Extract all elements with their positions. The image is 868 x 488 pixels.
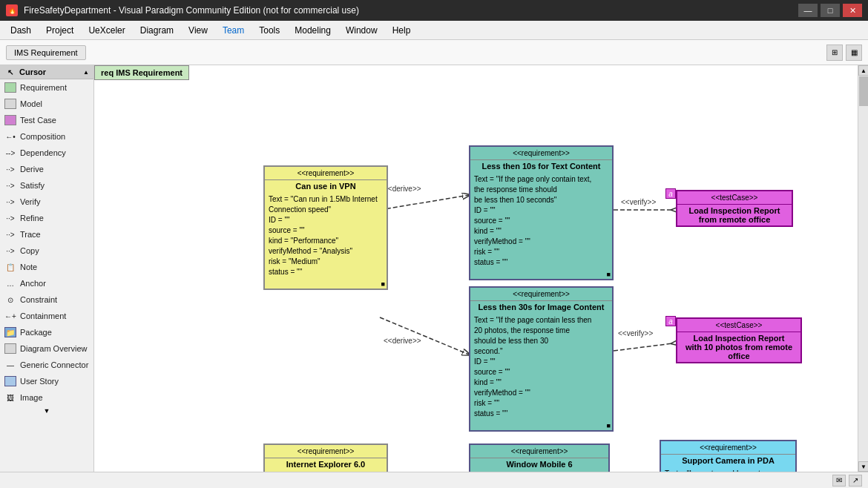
menu-window[interactable]: Window <box>338 24 385 37</box>
panel-item-diagram-overview[interactable]: Diagram Overview <box>0 340 93 357</box>
menu-modeling[interactable]: Modeling <box>287 24 338 37</box>
node-10s-body: Text = "If the page only contain text,th… <box>470 172 612 270</box>
panel-item-model-label: Model <box>20 99 42 108</box>
diagram-label: req IMS Requirement <box>94 65 189 80</box>
help-icon[interactable]: ↗ <box>849 475 862 487</box>
canvas[interactable]: req IMS Requirement <<derive>> <<de <box>94 65 858 472</box>
node-testcase1[interactable]: <<testCase>> Load Inspection Reportfrom … <box>676 190 793 227</box>
right-scrollbar[interactable]: ▲ ▼ <box>858 65 868 472</box>
ie6-title: Internet Explorer 6.0 <box>265 458 387 470</box>
constraint-icon: ⊙ <box>4 294 16 305</box>
tc2-title: Load Inspection Reportwith 10 photos fro… <box>677 332 800 362</box>
panel-item-trace-label: Trace <box>20 230 41 239</box>
node-vpn-body: Text = "Can run in 1.5Mb InternetConnect… <box>265 192 387 280</box>
panel-item-package[interactable]: 📁 Package <box>0 324 93 340</box>
node-less-10s[interactable]: <<requirement>> Less then 10s for Text C… <box>469 145 614 280</box>
scroll-up-btn[interactable]: ▲ <box>858 65 868 76</box>
left-panel: ↖ Cursor ▲ Requirement Model Test Case ←… <box>0 65 94 472</box>
ie6-body: Text = "Default client browser isInterne… <box>265 470 387 472</box>
panel-expand-icon[interactable]: ▼ <box>0 406 93 416</box>
panel-item-model[interactable]: Model <box>0 96 93 112</box>
panel-cursor-header[interactable]: ↖ Cursor ▲ <box>0 65 93 79</box>
panel-item-composition[interactable]: ←• Composition <box>0 128 93 145</box>
minimize-button[interactable]: — <box>798 4 818 17</box>
menu-diagram[interactable]: Diagram <box>133 24 181 37</box>
scroll-thumb[interactable] <box>859 76 868 106</box>
panel-item-derive[interactable]: ··> Derive <box>0 161 93 177</box>
panel-item-containment[interactable]: ←+ Containment <box>0 308 93 324</box>
panel-item-user-story-label: User Story <box>20 377 59 386</box>
node-support-camera[interactable]: <<requirement>> Support Camera in PDA Te… <box>660 440 797 472</box>
node-less-30s[interactable]: <<requirement>> Less then 30s for Image … <box>469 286 614 432</box>
tc1-stereotype: <<testCase>> <box>677 191 792 205</box>
panel-item-note-label: Note <box>20 263 37 271</box>
panel-item-refine[interactable]: ··> Refine <box>0 210 93 226</box>
satisfy-icon: ··> <box>4 180 16 191</box>
panel-item-dependency[interactable]: --> Dependency <box>0 145 93 161</box>
scroll-down-btn[interactable]: ▼ <box>858 461 868 472</box>
testcase-icon <box>4 115 16 125</box>
menu-dash[interactable]: Dash <box>3 24 39 37</box>
node-vpn-footer: ■ <box>265 280 387 288</box>
node-30s-body: Text = "If the page contain less then20 … <box>470 313 612 421</box>
panel-item-verify-label: Verify <box>20 197 41 206</box>
email-icon[interactable]: ✉ <box>832 475 846 487</box>
menu-help[interactable]: Help <box>385 24 418 37</box>
containment-icon: ←+ <box>4 311 16 321</box>
panel-item-trace[interactable]: ··> Trace <box>0 226 93 243</box>
panel-item-copy[interactable]: ··> Copy <box>0 243 93 259</box>
panel-item-verify[interactable]: ··> Verify <box>0 194 93 210</box>
model-icon <box>4 99 16 109</box>
panel-item-constraint-label: Constraint <box>20 295 57 304</box>
menu-uexceler[interactable]: UeXceler <box>81 24 132 37</box>
panel-item-anchor[interactable]: … Anchor <box>0 275 93 291</box>
wm-stereotype: <<requirement>> <box>470 445 608 458</box>
testcase2-badge: a <box>665 316 676 326</box>
node-testcase2[interactable]: <<testCase>> Load Inspection Reportwith … <box>676 317 802 363</box>
panel-item-user-story[interactable]: User Story <box>0 373 93 389</box>
anchor-icon: … <box>4 278 16 288</box>
diagram-tab-pill[interactable]: IMS Requirement <box>6 45 86 60</box>
panel-item-satisfy[interactable]: ··> Satisfy <box>0 177 93 194</box>
sc-title: Support Camera in PDA <box>661 455 795 466</box>
panel-item-testcase[interactable]: Test Case <box>0 112 93 128</box>
image-icon: 🖼 <box>4 392 16 403</box>
menu-project[interactable]: Project <box>39 24 81 37</box>
requirement-icon <box>4 82 16 93</box>
panel-item-composition-label: Composition <box>20 132 65 141</box>
maximize-button[interactable]: □ <box>821 4 840 17</box>
node-10s-footer: ■ <box>470 270 612 279</box>
note-icon: 📋 <box>4 262 16 272</box>
menu-tools[interactable]: Tools <box>251 24 287 37</box>
toolbar-icon-1[interactable]: ⊞ <box>826 44 843 61</box>
package-icon: 📁 <box>4 327 16 337</box>
dependency-icon: --> <box>4 148 16 158</box>
svg-line-0 <box>380 195 469 210</box>
panel-item-constraint[interactable]: ⊙ Constraint <box>0 291 93 308</box>
svg-line-1 <box>380 317 469 355</box>
close-button[interactable]: ✕ <box>843 4 862 17</box>
toolbar-icon-2[interactable]: ▦ <box>846 44 862 61</box>
panel-item-image[interactable]: 🖼 Image <box>0 389 93 406</box>
panel-item-requirement-label: Requirement <box>20 83 67 92</box>
panel-item-generic-connector[interactable]: — Generic Connector <box>0 357 93 373</box>
main-area: ↖ Cursor ▲ Requirement Model Test Case ←… <box>0 65 868 472</box>
status-bar: ✉ ↗ <box>0 472 868 488</box>
panel-item-copy-label: Copy <box>20 246 39 255</box>
node-ie6[interactable]: <<requirement>> Internet Explorer 6.0 Te… <box>263 444 388 472</box>
panel-item-note[interactable]: 📋 Note <box>0 259 93 275</box>
panel-item-testcase-label: Test Case <box>20 116 56 125</box>
svg-text:<<derive>>: <<derive>> <box>384 337 421 345</box>
node-win-mobile[interactable]: <<requirement>> Window Mobile 6 Text = "… <box>469 444 610 472</box>
panel-item-diagram-overview-label: Diagram Overview <box>20 344 87 353</box>
cursor-label: Cursor <box>19 67 46 76</box>
menu-view[interactable]: View <box>181 24 215 37</box>
panel-item-package-label: Package <box>20 328 52 337</box>
menu-team[interactable]: Team <box>215 24 251 37</box>
toolbar-icons: ⊞ ▦ <box>826 44 862 61</box>
node-10s-title: Less then 10s for Text Content <box>470 160 612 172</box>
node-can-use-vpn[interactable]: <<requirement>> Can use in VPN Text = "C… <box>263 165 388 290</box>
app-icon: 🔥 <box>6 4 18 16</box>
panel-item-requirement[interactable]: Requirement <box>0 79 93 96</box>
trace-icon: ··> <box>4 229 16 240</box>
